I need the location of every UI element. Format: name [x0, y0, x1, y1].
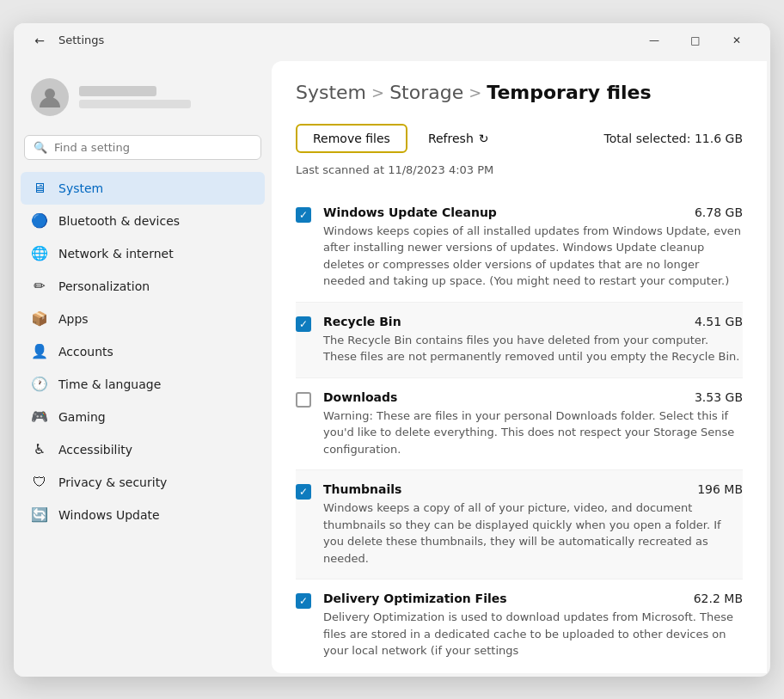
checkbox-wrap [296, 316, 311, 332]
minimize-icon: — [649, 34, 659, 46]
file-desc-3: Windows keeps a copy of all of your pict… [323, 500, 743, 567]
content-area: 🔍 🖥System🔵Bluetooth & devices🌐Network & … [14, 58, 770, 677]
update-icon: 🔄 [31, 506, 48, 524]
file-header-2: Downloads 3.53 GB [323, 390, 743, 404]
last-scanned: Last scanned at 11/8/2023 4:03 PM [296, 163, 743, 176]
file-header-1: Recycle Bin 4.51 GB [323, 315, 743, 328]
checkbox-wrap [296, 392, 311, 408]
sidebar-item-gaming[interactable]: 🎮Gaming [21, 401, 265, 433]
file-name-0: Windows Update Cleanup [323, 205, 497, 219]
close-button[interactable]: ✕ [717, 27, 756, 54]
profile-section [21, 71, 265, 130]
remove-files-button[interactable]: Remove files [296, 124, 407, 153]
settings-window: ← Settings — □ ✕ [14, 23, 770, 677]
sidebar-item-accounts[interactable]: 👤Accounts [21, 335, 265, 368]
file-checkbox-0[interactable] [296, 207, 311, 223]
nav-label-system: System [58, 181, 103, 195]
main-content: System > Storage > Temporary files Remov… [272, 61, 767, 673]
window-title: Settings [58, 34, 634, 46]
toolbar: Remove files Refresh ↻ Total selected: 1… [296, 124, 743, 153]
avatar [31, 78, 69, 116]
breadcrumb-storage: Storage [389, 82, 463, 103]
minimize-button[interactable]: — [634, 27, 674, 54]
file-checkbox-4[interactable] [296, 593, 311, 609]
breadcrumb-current: Temporary files [487, 82, 651, 103]
file-desc-2: Warning: These are files in your persona… [323, 408, 743, 458]
system-icon: 🖥 [31, 180, 48, 197]
file-info-3: Thumbnails 196 MB Windows keeps a copy o… [323, 482, 743, 567]
sidebar-item-apps[interactable]: 📦Apps [21, 303, 265, 335]
sidebar-item-time[interactable]: 🕐Time & language [21, 368, 265, 401]
search-box: 🔍 [24, 135, 261, 160]
nav-label-apps: Apps [58, 312, 89, 326]
profile-name [79, 86, 156, 96]
refresh-button[interactable]: Refresh ↻ [421, 126, 496, 150]
file-desc-1: The Recycle Bin contains files you have … [323, 332, 743, 365]
sidebar-item-system[interactable]: 🖥System [21, 172, 265, 205]
profile-email [79, 100, 191, 108]
back-icon: ← [34, 34, 45, 47]
maximize-button[interactable]: □ [676, 27, 715, 54]
file-size-2: 3.53 GB [695, 390, 743, 404]
window-controls: — □ ✕ [634, 27, 756, 54]
file-desc-0: Windows keeps copies of all installed up… [323, 223, 743, 290]
file-header-0: Windows Update Cleanup 6.78 GB [323, 205, 743, 219]
file-name-3: Thumbnails [323, 482, 401, 496]
close-icon: ✕ [732, 34, 741, 46]
file-name-1: Recycle Bin [323, 315, 401, 328]
file-list: Windows Update Cleanup 6.78 GB Windows k… [296, 193, 743, 671]
maximize-icon: □ [690, 34, 700, 46]
file-item: Thumbnails 196 MB Windows keeps a copy o… [296, 470, 743, 579]
sidebar-item-network[interactable]: 🌐Network & internet [21, 237, 265, 270]
bluetooth-icon: 🔵 [31, 212, 48, 230]
file-size-1: 4.51 GB [695, 315, 743, 328]
accessibility-icon: ♿ [31, 441, 48, 458]
total-selected: Total selected: 11.6 GB [604, 132, 744, 145]
file-size-4: 62.2 MB [694, 592, 743, 605]
file-item: Downloads 3.53 GB Warning: These are fil… [296, 378, 743, 471]
nav-label-time: Time & language [58, 377, 161, 391]
file-size-3: 196 MB [697, 482, 743, 496]
nav-label-accessibility: Accessibility [58, 443, 132, 457]
file-checkbox-3[interactable] [296, 484, 311, 500]
file-info-4: Delivery Optimization Files 62.2 MB Deli… [323, 592, 743, 659]
file-checkbox-2[interactable] [296, 392, 311, 408]
file-item: Windows Update Cleanup 6.78 GB Windows k… [296, 193, 743, 303]
sidebar-item-update[interactable]: 🔄Windows Update [21, 499, 265, 531]
nav-label-gaming: Gaming [58, 410, 106, 424]
titlebar: ← Settings — □ ✕ [14, 23, 770, 58]
file-header-4: Delivery Optimization Files 62.2 MB [323, 592, 743, 605]
sidebar-item-privacy[interactable]: 🛡Privacy & security [21, 466, 265, 499]
checkbox-wrap [296, 207, 311, 223]
nav-label-bluetooth: Bluetooth & devices [58, 214, 180, 228]
file-info-0: Windows Update Cleanup 6.78 GB Windows k… [323, 205, 743, 290]
sidebar-item-bluetooth[interactable]: 🔵Bluetooth & devices [21, 205, 265, 237]
nav-label-network: Network & internet [58, 247, 174, 261]
gaming-icon: 🎮 [31, 408, 48, 426]
network-icon: 🌐 [31, 245, 48, 262]
time-icon: 🕐 [31, 376, 48, 393]
file-checkbox-1[interactable] [296, 316, 311, 332]
breadcrumb-sep1: > [371, 83, 384, 101]
back-button[interactable]: ← [28, 28, 52, 52]
file-item: Delivery Optimization Files 62.2 MB Deli… [296, 579, 743, 671]
file-info-1: Recycle Bin 4.51 GB The Recycle Bin cont… [323, 315, 743, 365]
refresh-label: Refresh [428, 132, 474, 145]
nav-label-update: Windows Update [58, 508, 160, 522]
search-input[interactable] [54, 141, 252, 154]
checkbox-wrap [296, 484, 311, 500]
file-info-2: Downloads 3.53 GB Warning: These are fil… [323, 390, 743, 458]
accounts-icon: 👤 [31, 343, 48, 360]
apps-icon: 📦 [31, 310, 48, 328]
profile-info [79, 86, 191, 108]
sidebar-item-accessibility[interactable]: ♿Accessibility [21, 433, 265, 466]
file-header-3: Thumbnails 196 MB [323, 482, 743, 496]
breadcrumb: System > Storage > Temporary files [296, 82, 743, 103]
nav-list: 🖥System🔵Bluetooth & devices🌐Network & in… [21, 172, 265, 531]
sidebar-item-personalization[interactable]: ✏Personalization [21, 270, 265, 303]
checkbox-wrap [296, 593, 311, 609]
nav-label-accounts: Accounts [58, 345, 113, 359]
file-name-2: Downloads [323, 390, 397, 404]
nav-label-personalization: Personalization [58, 279, 150, 293]
file-item: Recycle Bin 4.51 GB The Recycle Bin cont… [296, 303, 743, 378]
